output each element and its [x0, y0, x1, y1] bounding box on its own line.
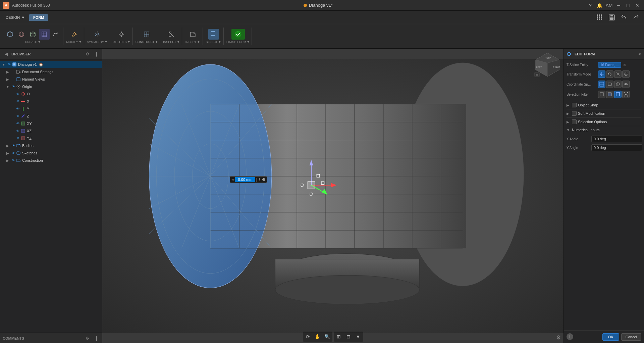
tree-item-doc-settings[interactable]: ▶ 👁 Document Settings [0, 68, 102, 76]
finish-form-icon[interactable] [231, 29, 245, 40]
minimize-button[interactable]: ─ [614, 2, 623, 9]
symmetry-group-label[interactable]: SYMMETRY▼ [87, 40, 108, 44]
viewport-settings-button[interactable]: ⚙ [556, 334, 561, 341]
perspective-icon[interactable]: ⊞ [334, 332, 343, 341]
browser-back-button[interactable]: ◀ [3, 51, 9, 57]
maximize-button[interactable]: □ [624, 2, 632, 9]
view-settings-icon[interactable]: ▼ [354, 332, 363, 341]
create-group-label[interactable]: CREATE▼ [25, 40, 41, 44]
window-controls[interactable]: ? 🔔 AM ─ □ ✕ [586, 2, 641, 9]
soft-modification-section[interactable]: ▶ Soft Modification [567, 109, 641, 117]
tree-item-xz[interactable]: 👁 XZ [0, 127, 102, 135]
tspline-clear-button[interactable]: ✕ [622, 62, 627, 68]
visibility-toggle[interactable]: 👁 [7, 62, 11, 67]
inspect-icon[interactable] [166, 29, 177, 40]
vis-xy[interactable]: 👁 [15, 121, 20, 126]
coord-world-btn[interactable] [598, 81, 605, 88]
grid-display-icon[interactable]: ⊟ [344, 332, 353, 341]
view-cube[interactable]: TOP LEFT RIGHT ⌂ [534, 51, 561, 78]
insert-group-label[interactable]: INSERT▼ [185, 40, 200, 44]
coord-screen-btn[interactable] [606, 81, 613, 88]
comments-collapse-btn[interactable]: ▐ [93, 335, 99, 342]
object-snap-section[interactable]: ▶ Object Snap [567, 101, 641, 109]
select-icon[interactable] [208, 29, 219, 40]
ok-button[interactable]: OK [602, 333, 619, 341]
help-icon[interactable]: ? [586, 2, 594, 9]
pan-icon[interactable]: ✋ [313, 332, 322, 341]
browser-collapse-button[interactable]: ▐ [93, 51, 99, 57]
tree-item-sketches[interactable]: ▶ 👁 Sketches [0, 149, 102, 157]
transform-all-btn[interactable] [622, 70, 630, 78]
vis-construction[interactable]: 👁 [11, 158, 15, 163]
tree-item-xy[interactable]: 👁 XY [0, 120, 102, 127]
selection-options-section[interactable]: ▶ Selection Options [567, 117, 641, 126]
dimension-value-input[interactable]: 0.00 mm [235, 177, 255, 182]
transform-scale-btn[interactable] [614, 70, 622, 78]
construct-icon[interactable] [141, 29, 152, 40]
sel-opts-checkbox[interactable] [572, 119, 577, 124]
dim-menu-icon[interactable]: ⋮ [258, 178, 261, 182]
vis-bodies[interactable]: 👁 [11, 143, 15, 148]
tree-item-construction[interactable]: ▶ 👁 Construction [0, 157, 102, 164]
tree-item-o[interactable]: 👁 O [0, 90, 102, 98]
vis-o[interactable]: 👁 [15, 92, 20, 96]
utilities-icon[interactable] [116, 29, 127, 40]
zoom-icon[interactable]: 🔍 [323, 332, 332, 341]
vis-y[interactable]: 👁 [15, 106, 20, 111]
tree-item-bodies[interactable]: ▶ 👁 Bodies [0, 142, 102, 149]
finish-form-group-label[interactable]: FINISH FORM▼ [226, 40, 250, 44]
soft-mod-checkbox[interactable] [572, 111, 577, 116]
notifications-icon[interactable]: 🔔 [596, 2, 604, 9]
grid-menu-icon[interactable] [594, 12, 605, 23]
cancel-button[interactable]: Cancel [621, 333, 641, 341]
vis-yz[interactable]: 👁 [15, 136, 20, 141]
construct-group-label[interactable]: CONSTRUCT▼ [136, 40, 158, 44]
info-button[interactable]: i [567, 333, 573, 340]
save-icon[interactable] [606, 12, 617, 23]
tree-item-origin[interactable]: ▼ 👁 Origin [0, 83, 102, 90]
sel-filter-face-btn[interactable] [606, 91, 613, 98]
sel-filter-edge-btn[interactable] [614, 91, 622, 98]
vis-z[interactable]: 👁 [15, 114, 20, 118]
inspect-group-label[interactable]: INSPECT▼ [163, 40, 180, 44]
insert-icon[interactable] [187, 29, 198, 40]
transform-rotate-btn[interactable] [606, 70, 613, 78]
symmetry-icon[interactable] [92, 29, 103, 40]
obj-snap-checkbox[interactable] [572, 103, 577, 107]
numerical-inputs-header[interactable]: ▼ Numerical Inputs [567, 126, 641, 134]
orbit-icon[interactable]: ⟳ [303, 332, 313, 341]
sel-filter-body-btn[interactable] [598, 91, 605, 98]
tree-item-dianoga[interactable]: ▼ 👁 Dianoga v1 🏠 [0, 61, 102, 68]
redo-icon[interactable] [631, 12, 641, 23]
create-box-icon[interactable] [5, 29, 15, 40]
dimension-input-box[interactable]: ⇔ 0.00 mm | ⋮ ⊕ [230, 176, 267, 183]
tree-item-z[interactable]: 👁 Z [0, 112, 102, 120]
modify-icon[interactable] [69, 29, 79, 40]
vis-xz[interactable]: 👁 [15, 129, 20, 133]
coord-view-btn[interactable] [622, 81, 630, 88]
tree-item-y[interactable]: 👁 Y [0, 105, 102, 112]
create-sphere-icon[interactable] [16, 29, 27, 40]
coord-local-btn[interactable] [614, 81, 622, 88]
y-angle-input[interactable]: 0.0 deg [591, 144, 642, 151]
transform-move-btn[interactable] [598, 70, 605, 78]
tree-item-named-views[interactable]: ▶ 👁 Named Views [0, 76, 102, 83]
sel-filter-vertex-btn[interactable] [622, 91, 630, 98]
vis-x[interactable]: 👁 [15, 99, 20, 104]
close-button[interactable]: ✕ [633, 2, 641, 9]
create-cylinder-icon[interactable] [28, 29, 38, 40]
modify-group-label[interactable]: MODIFY▼ [66, 40, 82, 44]
tspline-value-chip[interactable]: 16 Faces, ... [598, 62, 621, 68]
select-group-label[interactable]: SELECT▼ [206, 40, 221, 44]
browser-settings-button[interactable]: ⚙ [84, 51, 91, 57]
create-form-icon[interactable] [39, 29, 50, 40]
comments-settings-btn[interactable]: ⚙ [84, 335, 91, 342]
profile-icon[interactable]: AM [605, 2, 613, 9]
vis-origin[interactable]: 👁 [11, 84, 15, 89]
tree-item-x[interactable]: 👁 X [0, 98, 102, 105]
utilities-group-label[interactable]: UTILITIES▼ [113, 40, 130, 44]
design-mode-button[interactable]: DESIGN ▼ [3, 13, 28, 22]
form-tab[interactable]: FORM [29, 14, 48, 21]
vis-sketches[interactable]: 👁 [11, 151, 15, 155]
x-angle-input[interactable]: 0.0 deg [591, 136, 642, 142]
